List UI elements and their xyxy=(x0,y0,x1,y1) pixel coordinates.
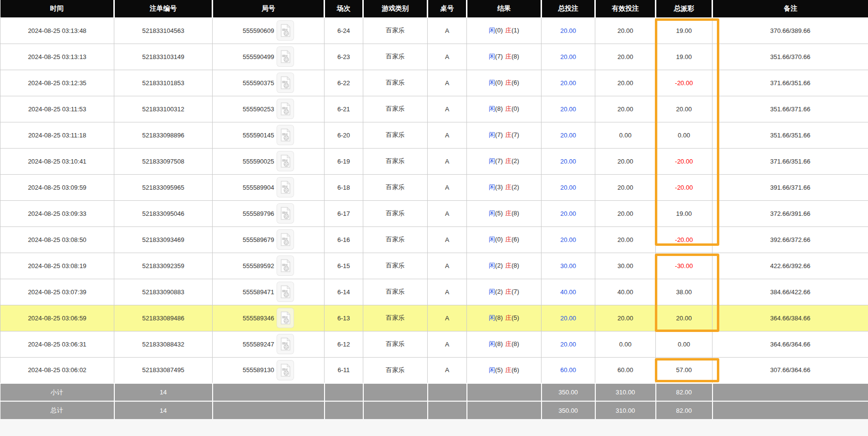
video-replay-button[interactable] xyxy=(277,99,294,119)
session-cell: 6-17 xyxy=(325,200,363,226)
session-cell: 6-15 xyxy=(325,253,363,279)
valid-bet-cell: 0.00 xyxy=(595,122,656,148)
result-banker-label: 庄 xyxy=(505,210,512,217)
result-player-value: (8) xyxy=(495,314,503,321)
result-banker-label: 庄 xyxy=(505,79,512,86)
bet-number-cell: 521833098896 xyxy=(114,122,213,148)
payout-cell: 38.00 xyxy=(656,279,713,305)
payout-cell: -30.00 xyxy=(656,253,713,279)
total-bet-cell: 20.00 xyxy=(542,122,595,148)
video-replay-button[interactable] xyxy=(277,256,294,276)
result-banker-label: 庄 xyxy=(505,288,512,295)
table-row[interactable]: 2024-08-25 03:08:50 521833093469 5555896… xyxy=(0,226,868,253)
column-header-table-number: 桌号 xyxy=(428,0,467,17)
total-bet-cell: 30.00 xyxy=(542,253,595,279)
time-cell: 2024-08-25 03:09:33 xyxy=(0,200,114,226)
bet-number-cell: 521833093469 xyxy=(114,226,213,253)
subtotal-row: 小计 14 350.00 310.00 82.00 xyxy=(0,383,868,401)
table-row[interactable]: 2024-08-25 03:12:35 521833101853 5555903… xyxy=(0,70,868,96)
table-row[interactable]: 2024-08-25 03:11:53 521833100312 5555902… xyxy=(0,96,868,122)
total-bet-cell: 60.00 xyxy=(542,357,595,383)
result-banker-value: (7) xyxy=(512,288,519,295)
payout-cell: -20.00 xyxy=(656,226,713,253)
result-cell: 闲(8)庄(5) xyxy=(467,305,542,331)
subtotal-count: 14 xyxy=(114,383,213,401)
result-player-value: (8) xyxy=(495,105,503,112)
result-player-label: 闲 xyxy=(489,262,495,269)
result-banker-label: 庄 xyxy=(505,340,512,347)
table-row[interactable]: 2024-08-25 03:13:13 521833103149 5555904… xyxy=(0,44,868,70)
bet-number-cell: 521833092359 xyxy=(114,253,213,279)
time-cell: 2024-08-25 03:06:59 xyxy=(0,305,114,331)
bet-number-cell: 521833104563 xyxy=(114,17,213,44)
video-replay-button[interactable] xyxy=(277,282,294,302)
table-number-cell: A xyxy=(428,331,467,357)
result-player-value: (0) xyxy=(495,236,503,243)
round-number-cell: 555590145 xyxy=(213,122,325,148)
result-banker-value: (5) xyxy=(512,314,519,321)
result-player-label: 闲 xyxy=(489,157,495,165)
table-row[interactable]: 2024-08-25 03:09:59 521833095965 5555899… xyxy=(0,174,868,200)
result-banker-label: 庄 xyxy=(505,131,512,138)
table-row[interactable]: 2024-08-25 03:07:39 521833090883 5555894… xyxy=(0,279,868,305)
result-player-value: (7) xyxy=(495,131,503,138)
result-player-value: (8) xyxy=(495,340,503,347)
video-replay-button[interactable] xyxy=(277,151,294,171)
valid-bet-cell: 40.00 xyxy=(595,279,656,305)
video-replay-button[interactable] xyxy=(277,125,294,145)
result-player-value: (3) xyxy=(495,183,503,191)
bet-number-cell: 521833088432 xyxy=(114,331,213,357)
total-bet-cell: 20.00 xyxy=(542,96,595,122)
video-replay-button[interactable] xyxy=(277,46,294,67)
round-number: 555589346 xyxy=(243,315,274,322)
video-file-icon xyxy=(279,154,291,168)
table-row[interactable]: 2024-08-25 03:10:41 521833097508 5555900… xyxy=(0,148,868,174)
remark-cell: 371.66/351.66 xyxy=(713,70,868,96)
round-number-cell: 555590253 xyxy=(213,96,325,122)
video-replay-button[interactable] xyxy=(277,177,294,197)
result-player-value: (7) xyxy=(495,53,503,60)
game-type-cell: 百家乐 xyxy=(363,305,428,331)
table-row[interactable]: 2024-08-25 03:06:59 521833089486 5555893… xyxy=(0,305,868,331)
table-row[interactable]: 2024-08-25 03:09:33 521833095046 5555897… xyxy=(0,200,868,226)
payout-cell: 20.00 xyxy=(656,96,713,122)
payout-cell: -20.00 xyxy=(656,174,713,200)
result-banker-value: (8) xyxy=(512,210,519,217)
result-banker-label: 庄 xyxy=(505,157,512,165)
video-replay-button[interactable] xyxy=(277,334,294,354)
table-row[interactable]: 2024-08-25 03:11:18 521833098896 5555901… xyxy=(0,122,868,148)
table-row[interactable]: 2024-08-25 03:06:02 521833087495 5555891… xyxy=(0,357,868,383)
result-player-label: 闲 xyxy=(489,288,495,295)
result-player-label: 闲 xyxy=(489,131,495,138)
result-player-label: 闲 xyxy=(489,366,495,374)
time-cell: 2024-08-25 03:11:18 xyxy=(0,122,114,148)
result-player-label: 闲 xyxy=(489,314,495,321)
video-replay-button[interactable] xyxy=(277,20,294,41)
remark-cell: 351.66/371.66 xyxy=(713,96,868,122)
payout-cell: 19.00 xyxy=(656,200,713,226)
table-row[interactable]: 2024-08-25 03:06:31 521833088432 5555892… xyxy=(0,331,868,357)
video-replay-button[interactable] xyxy=(277,229,294,250)
video-replay-button[interactable] xyxy=(277,360,294,380)
total-bet-cell: 20.00 xyxy=(542,174,595,200)
result-player-value: (2) xyxy=(495,262,503,269)
video-replay-button[interactable] xyxy=(277,308,294,328)
total-bet-cell: 20.00 xyxy=(542,305,595,331)
table-number-cell: A xyxy=(428,305,467,331)
game-type-cell: 百家乐 xyxy=(363,331,428,357)
video-replay-button[interactable] xyxy=(277,73,294,93)
video-file-icon xyxy=(279,24,291,37)
column-header-game-type: 游戏类别 xyxy=(363,0,428,17)
video-replay-button[interactable] xyxy=(277,203,294,224)
time-cell: 2024-08-25 03:06:02 xyxy=(0,357,114,383)
table-row[interactable]: 2024-08-25 03:08:19 521833092359 5555895… xyxy=(0,253,868,279)
valid-bet-cell: 20.00 xyxy=(595,174,656,200)
remark-cell: 371.66/351.66 xyxy=(713,148,868,174)
table-row[interactable]: 2024-08-25 03:13:48 521833104563 5555906… xyxy=(0,17,868,44)
result-banker-label: 庄 xyxy=(505,366,512,374)
remark-cell: 364.66/364.66 xyxy=(713,331,868,357)
video-file-icon xyxy=(279,233,291,246)
grand-total-total-bet: 350.00 xyxy=(542,401,595,419)
total-bet-cell: 20.00 xyxy=(542,70,595,96)
round-number: 555589471 xyxy=(243,288,274,296)
